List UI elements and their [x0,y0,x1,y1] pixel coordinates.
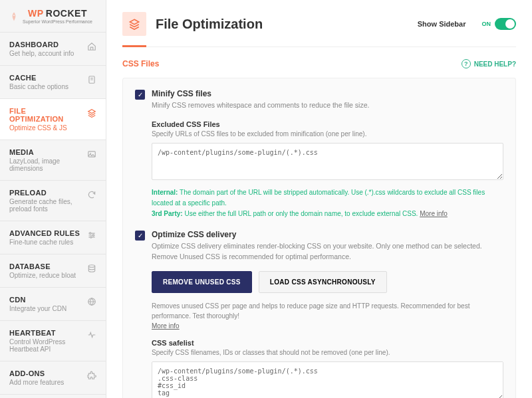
page-title: File Optimization [156,17,408,32]
section-title: CSS Files [122,59,159,68]
heartbeat-icon [87,330,96,340]
nav-media[interactable]: MEDIALazyLoad, image dimensions [0,140,106,180]
svg-point-6 [90,237,92,238]
logo: WP ROCKET Superior WordPress Performance [0,0,106,32]
load-css-async-button[interactable]: LOAD CSS ASYNCHRONOUSLY [259,271,387,293]
nav-image-optimization[interactable]: IMAGE OPTIMIZATION [0,394,106,398]
svg-point-0 [13,15,15,16]
remove-unused-css-button[interactable]: REMOVE UNUSED CSS [152,271,252,293]
minify-css-checkbox[interactable]: ✓ [135,90,145,100]
toggle-switch-icon [495,18,516,30]
nav-list: DASHBOARDGet help, account info CACHEBas… [0,32,106,398]
puzzle-icon [87,371,96,380]
excluded-css-textarea[interactable] [152,143,503,180]
globe-icon [87,297,96,306]
excluded-css-title: Excluded CSS Files [152,120,503,128]
css-safelist-textarea[interactable] [152,361,503,398]
svg-point-5 [92,235,94,236]
header-layers-icon [122,12,146,36]
nav-file-optimization[interactable]: FILE OPTIMIZATIONOptimize CSS & JS [0,98,106,140]
main: File Optimization Show Sidebar ON CSS Fi… [106,0,532,398]
svg-point-4 [90,233,91,234]
nav-heartbeat[interactable]: HEARTBEATControl WordPress Heartbeat API [0,320,106,361]
help-icon: ? [462,59,471,68]
nav-preload[interactable]: PRELOADGenerate cache files, preload fon… [0,180,106,221]
optimize-css-option: ✓ Optimize CSS delivery Optimize CSS del… [135,230,503,262]
show-sidebar-toggle[interactable]: ON [482,18,517,30]
sidebar: WP ROCKET Superior WordPress Performance… [0,0,106,398]
sliders-icon [87,231,96,240]
need-help-link[interactable]: ? NEED HELP? [462,59,516,68]
nav-dashboard[interactable]: DASHBOARDGet help, account info [0,32,106,65]
nav-advanced-rules[interactable]: ADVANCED RULESFine-tune cache rules [0,221,106,254]
layers-icon [87,108,96,118]
file-icon [87,75,96,84]
home-icon [87,42,96,51]
refresh-icon [87,190,96,199]
more-info-link-2[interactable]: More info [152,322,180,330]
database-icon [87,264,96,273]
css-files-panel: ✓ Minify CSS files Minify CSS removes wh… [122,78,516,398]
more-info-link[interactable]: More info [420,210,448,217]
show-sidebar-label: Show Sidebar [418,20,466,28]
excluded-css-hint: Internal: The domain part of the URL wil… [152,187,503,219]
css-safelist-title: CSS safelist [152,339,503,347]
image-icon [87,149,96,159]
content: CSS Files ? NEED HELP? ✓ Minify CSS file… [106,47,532,398]
nav-addons[interactable]: ADD-ONSAdd more features [0,361,106,394]
nav-cdn[interactable]: CDNIntegrate your CDN [0,287,106,320]
nav-database[interactable]: DATABASEOptimize, reduce bloat [0,254,106,287]
page-header: File Optimization Show Sidebar ON [106,0,532,36]
svg-point-7 [88,265,94,268]
rocket-logo-icon [9,12,19,21]
nav-cache[interactable]: CACHEBasic cache options [0,65,106,98]
optimize-css-checkbox[interactable]: ✓ [135,231,145,241]
minify-css-option: ✓ Minify CSS files Minify CSS removes wh… [135,89,503,111]
